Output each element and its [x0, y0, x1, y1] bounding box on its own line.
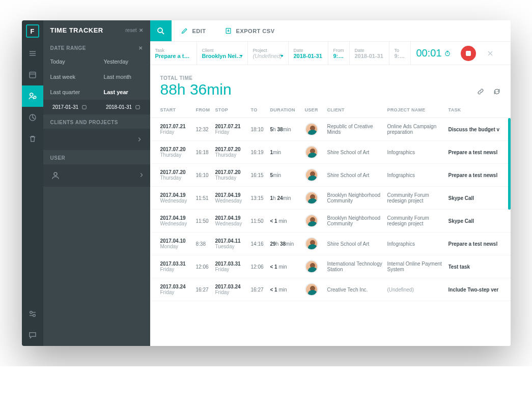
entry-project[interactable]: Project(Undefined) — [248, 42, 289, 65]
export-icon — [225, 27, 232, 35]
entry-date-from[interactable]: Date2018-01-31 — [289, 42, 328, 65]
svg-point-14 — [54, 172, 57, 176]
logo: F — [26, 24, 39, 38]
avatar — [305, 168, 318, 182]
table-row[interactable]: 2017.07.20Thursday16:102017.07.20Thursda… — [150, 164, 511, 187]
totals: TOTAL TIME 88h 36min — [150, 65, 511, 102]
user-label: USER — [43, 150, 150, 164]
table-row[interactable]: 2017.04.19Wednesday11:502017.04.19Wednes… — [150, 210, 511, 232]
clock-icon — [444, 50, 451, 57]
rail-item-trash[interactable] — [22, 128, 43, 150]
svg-point-15 — [158, 28, 162, 33]
avatar — [305, 260, 318, 273]
stop-icon — [466, 51, 471, 56]
avatar — [305, 123, 318, 136]
table-row[interactable]: 2017.03.31Friday12:062017.03.31Friday12:… — [150, 255, 511, 278]
sidebar: TIME TRACKER reset ✕ DATE RANGE ✕ Today … — [43, 20, 150, 346]
close-entry-button[interactable] — [480, 42, 500, 65]
svg-line-16 — [162, 32, 164, 34]
range-last-month[interactable]: Last month — [97, 69, 150, 84]
range-last-year[interactable]: Last year — [97, 84, 150, 100]
svg-point-5 — [30, 93, 33, 96]
clear-icon[interactable]: ✕ — [138, 45, 143, 51]
refresh-icon[interactable] — [493, 88, 500, 95]
col-start[interactable]: START — [160, 107, 196, 112]
date-from[interactable]: 2017-01-31 — [43, 100, 97, 114]
avatar — [305, 283, 318, 296]
range-last-quarter[interactable]: Last quarter — [43, 84, 97, 100]
total-time-value: 88h 36min — [160, 81, 232, 98]
avatar — [305, 146, 318, 159]
date-range-inputs: 2017-01-31 2018-01-31 — [43, 100, 150, 114]
svg-point-9 — [33, 314, 35, 317]
rail-item-feedback[interactable] — [22, 325, 43, 346]
table-header: START FROM STOP TO DURATION USER CLIENT … — [150, 102, 511, 118]
sidebar-title: TIME TRACKER — [50, 26, 103, 34]
avatar — [305, 237, 318, 250]
col-project[interactable]: PROJECT NAME — [387, 107, 449, 112]
chevron-right-icon — [138, 171, 145, 179]
table-body: 2017.07.21Friday12:322017.07.21Friday18:… — [150, 118, 511, 346]
clients-projects-select[interactable] — [43, 129, 150, 150]
date-range-options: Today Yesterday Last week Last month Las… — [43, 54, 150, 100]
entry-task[interactable]: TaskPrepare a test ne — [150, 42, 197, 65]
user-icon — [48, 168, 63, 183]
rail-item-calendar[interactable] — [22, 64, 43, 85]
table-row[interactable]: 2017.04.19Wednesday11:512017.04.19Wednes… — [150, 187, 511, 210]
user-select[interactable] — [43, 164, 150, 187]
svg-rect-13 — [136, 105, 139, 109]
calendar-icon — [81, 104, 87, 110]
date-to[interactable]: 2018-01-31 — [97, 100, 150, 114]
avatar — [305, 191, 318, 205]
table-row[interactable]: 2017.07.20Thursday16:182017.07.20Thursda… — [150, 141, 511, 164]
col-user[interactable]: USER — [305, 107, 327, 112]
date-range-label: DATE RANGE ✕ — [43, 40, 150, 54]
toolbar: EDIT EXPORT CSV — [150, 20, 511, 42]
range-yesterday[interactable]: Yesterday — [97, 54, 150, 69]
pencil-icon — [181, 27, 188, 35]
range-last-week[interactable]: Last week — [43, 69, 97, 84]
col-task[interactable]: TASK — [449, 107, 500, 112]
svg-rect-3 — [30, 72, 36, 78]
edit-button[interactable]: EDIT — [172, 20, 215, 41]
nav-rail: F — [22, 20, 43, 346]
rail-item-reports[interactable] — [22, 107, 43, 128]
svg-point-6 — [34, 96, 36, 99]
avatar — [305, 214, 318, 227]
scrollbar[interactable] — [508, 118, 511, 210]
entry-date-to[interactable]: Date2018-01-31 — [350, 42, 389, 65]
entry-bar: TaskPrepare a test ne ClientBrooklyn Nei… — [150, 42, 511, 65]
close-icon — [486, 49, 494, 57]
stop-button[interactable] — [457, 42, 480, 65]
calendar-icon — [135, 104, 141, 110]
col-client[interactable]: CLIENT — [327, 107, 387, 112]
svg-rect-12 — [82, 105, 86, 109]
close-icon: ✕ — [139, 27, 143, 33]
timer-display: 00:01 — [411, 42, 457, 65]
col-from[interactable]: FROM — [196, 107, 215, 112]
entry-to[interactable]: To9:37 — [389, 42, 411, 65]
main-content: EDIT EXPORT CSV TaskPrepare a test ne Cl… — [150, 20, 511, 346]
reset-button[interactable]: reset ✕ — [125, 27, 143, 33]
svg-point-8 — [30, 311, 32, 314]
clients-projects-label: CLIENTS AND PROJECTS — [43, 114, 150, 128]
app-shell: F TIME TRACKER reset ✕ DATE RANGE ✕ Toda… — [22, 20, 511, 346]
total-time-label: TOTAL TIME — [160, 75, 232, 81]
export-csv-button[interactable]: EXPORT CSV — [215, 20, 284, 41]
table-row[interactable]: 2017.03.24Friday16:272017.03.24Friday16:… — [150, 278, 511, 301]
col-stop[interactable]: STOP — [215, 107, 251, 112]
range-today[interactable]: Today — [43, 54, 97, 69]
table-row[interactable]: 2017.07.21Friday12:322017.07.21Friday18:… — [150, 118, 511, 141]
col-to[interactable]: TO — [251, 107, 270, 112]
rail-item-menu[interactable] — [22, 43, 43, 64]
table-row[interactable]: 2017.04.10Monday8:382017.04.11Tuesday14:… — [150, 232, 511, 255]
search-button[interactable] — [150, 20, 172, 41]
chevron-right-icon — [136, 136, 143, 143]
entry-from[interactable]: From9:36 — [328, 42, 350, 65]
search-icon — [156, 26, 165, 36]
rail-item-tracker[interactable] — [22, 85, 43, 107]
entry-client[interactable]: ClientBrooklyn Neighb — [197, 42, 248, 65]
link-icon[interactable] — [477, 88, 484, 95]
col-duration[interactable]: DURATION — [270, 107, 305, 112]
rail-item-settings[interactable] — [22, 303, 43, 325]
